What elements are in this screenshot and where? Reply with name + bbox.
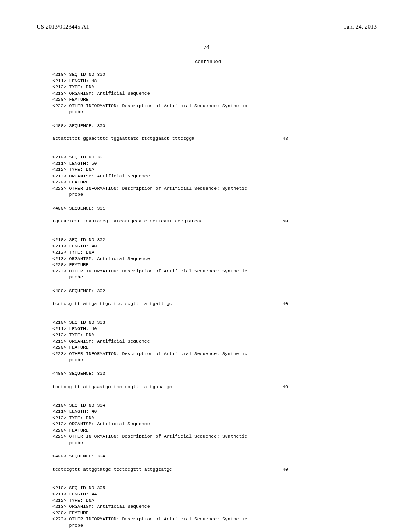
seq-length: 40 [282, 467, 361, 472]
seq-meta: <210> SEQ ID NO 301 <211> LENGTH: 50 <21… [52, 154, 361, 198]
seq-text: tcctccgttt attgaaatgc tcctccgttt attgaaa… [52, 384, 172, 389]
seq-length: 40 [282, 384, 361, 389]
seq-line: tcctccgttt attgatttgc tcctccgttt attgatt… [52, 301, 361, 306]
seq-line: attatcttct ggaactttc tggaattatc ttctggaa… [52, 136, 361, 141]
seq-meta: <210> SEQ ID NO 305 <211> LENGTH: 44 <21… [52, 485, 361, 529]
seq-meta: <210> SEQ ID NO 304 <211> LENGTH: 40 <21… [52, 402, 361, 446]
seq-length: 48 [282, 136, 361, 141]
publication-number: US 2013/0023445 A1 [36, 23, 89, 30]
seq-header: <400> SEQUENCE: 304 [52, 453, 361, 459]
seq-text: tcctccgttt attggtatgc tcctccgttt attggta… [52, 467, 172, 472]
seq-header: <400> SEQUENCE: 303 [52, 370, 361, 377]
page-header: US 2013/0023445 A1 Jan. 24, 2013 [0, 0, 413, 33]
seq-length: 40 [282, 301, 361, 306]
seq-line: tgcaactcct tcaataccgt atcaatgcaa ctccttc… [52, 218, 361, 224]
content-area: -continued <210> SEQ ID NO 300 <211> LEN… [0, 59, 413, 532]
seq-meta: <210> SEQ ID NO 300 <211> LENGTH: 48 <21… [52, 71, 361, 115]
seq-meta: <210> SEQ ID NO 303 <211> LENGTH: 40 <21… [52, 319, 361, 363]
seq-meta: <210> SEQ ID NO 302 <211> LENGTH: 40 <21… [52, 237, 361, 281]
publication-date: Jan. 24, 2013 [344, 23, 377, 30]
page-number: 74 [0, 33, 413, 59]
seq-header: <400> SEQUENCE: 301 [52, 205, 361, 212]
divider [52, 66, 361, 67]
seq-text: attatcttct ggaactttc tggaattatc ttctggaa… [52, 136, 194, 141]
seq-length: 50 [282, 218, 361, 224]
seq-header: <400> SEQUENCE: 300 [52, 123, 361, 129]
seq-header: <400> SEQUENCE: 302 [52, 288, 361, 294]
seq-line: tcctccgttt attggtatgc tcctccgttt attggta… [52, 467, 361, 472]
seq-line: tcctccgttt attgaaatgc tcctccgttt attgaaa… [52, 384, 361, 389]
seq-text: tcctccgttt attgatttgc tcctccgttt attgatt… [52, 301, 172, 306]
seq-text: tgcaactcct tcaataccgt atcaatgcaa ctccttc… [52, 218, 203, 224]
continued-label: -continued [52, 59, 361, 66]
